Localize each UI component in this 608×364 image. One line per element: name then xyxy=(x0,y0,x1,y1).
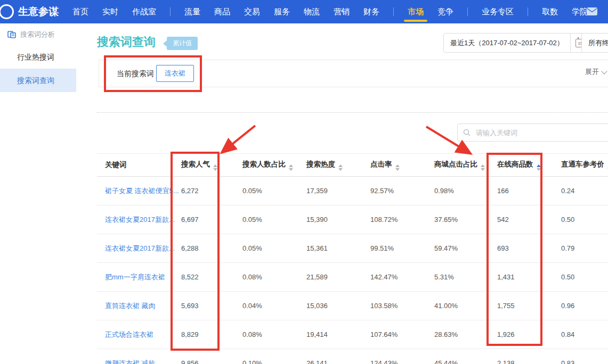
col-header-click-rate[interactable]: 点击率 xyxy=(370,154,434,177)
nav-item-data-fetch[interactable]: 取数 xyxy=(542,1,558,23)
cell-search-heat: 21,589 xyxy=(306,263,370,292)
section-divider xyxy=(97,112,608,113)
active-tab-underline xyxy=(404,20,427,22)
sort-icon[interactable] xyxy=(395,164,400,171)
cell-search-popularity: 5,693 xyxy=(181,292,242,320)
cell-keyword: 连衣裙女夏2017新款... xyxy=(97,205,181,234)
current-keyword-chip[interactable]: 连衣裙 xyxy=(156,65,194,82)
main-content: 搜索词查询 累计值 最近1天（2017-07-02~2017-07-02） 15… xyxy=(76,23,608,364)
sort-icon[interactable] xyxy=(213,164,217,171)
cell-searcher-share: 0.10% xyxy=(242,349,306,364)
expand-link[interactable]: 展开 xyxy=(585,67,606,77)
keyword-link[interactable]: 肥mm一字肩连衣裙 xyxy=(105,273,165,281)
sort-icon[interactable] xyxy=(338,164,343,171)
cell-online-products: 1,755 xyxy=(497,292,561,320)
search-term-table-wrap: 关键词 搜索人气 搜索人数占比 搜索热度 点击率 商城点击占比 在线商品数 直通… xyxy=(97,153,608,364)
cell-searcher-share: 0.04% xyxy=(242,292,306,320)
keyword-link[interactable]: 连衣裙女夏2017新款... xyxy=(105,216,175,224)
col-header-searcher-share[interactable]: 搜索人数占比 xyxy=(242,154,306,177)
mail-icon[interactable] xyxy=(587,7,597,18)
col-header-ztc-reference-price[interactable]: 直通车参考价 xyxy=(561,154,608,177)
table-header-row: 关键词 搜索人气 搜索人数占比 搜索热度 点击率 商城点击占比 在线商品数 直通… xyxy=(97,154,608,177)
search-input[interactable] xyxy=(475,128,608,137)
nav-item-logistics[interactable]: 物流 xyxy=(304,1,320,23)
nav-item-finance[interactable]: 财务 xyxy=(363,1,379,23)
sort-icon[interactable] xyxy=(481,164,485,171)
cell-keyword: 肥mm一字肩连衣裙 xyxy=(97,263,181,292)
sidebar-item-search-term-query[interactable]: 搜索词查询 xyxy=(0,69,76,92)
cell-click-rate: 142.47% xyxy=(370,263,434,292)
keyword-link[interactable]: 连衣裙女夏2017新款... xyxy=(105,244,175,252)
col-header-mall-click-share[interactable]: 商城点击占比 xyxy=(434,154,497,177)
cell-ztc-reference-price: 0.50 xyxy=(561,205,608,234)
cell-click-rate: 103.58% xyxy=(370,292,434,320)
nav-divider xyxy=(393,7,394,16)
cell-ztc-reference-price: 0.96 xyxy=(561,292,608,320)
cell-search-popularity: 6,697 xyxy=(181,205,242,234)
nav-item-business-zone[interactable]: 业务专区 xyxy=(482,1,514,23)
keyword-link[interactable]: 直筒连衣裙 藏肉 xyxy=(105,302,156,310)
cell-mall-click-share: 5.31% xyxy=(434,263,497,292)
cell-keyword: 裙子女夏 连衣裙便宜5... xyxy=(97,177,181,205)
nav-divider xyxy=(528,7,528,16)
cell-mall-click-share: 37.65% xyxy=(434,205,497,234)
cell-click-rate: 108.72% xyxy=(370,205,434,234)
nav-item-warroom[interactable]: 作战室 xyxy=(132,1,156,23)
table-row: 裙子女夏 连衣裙便宜5... 6,272 0.05% 17,359 92.57%… xyxy=(97,177,608,205)
current-keyword-label: 当前搜索词： xyxy=(117,69,161,79)
sidebar-group-search-term-analysis: 搜索词分析 xyxy=(0,23,76,45)
page-title: 搜索词查询 xyxy=(97,34,156,50)
keyword-link[interactable]: 裙子女夏 连衣裙便宜5... xyxy=(105,187,179,195)
table-row: 直筒连衣裙 藏肉 5,693 0.04% 15,036 103.58% 41.0… xyxy=(97,292,608,320)
col-header-keyword: 关键词 xyxy=(97,154,181,177)
nav-item-competition[interactable]: 竞争 xyxy=(437,1,453,23)
nav-divider xyxy=(467,7,468,16)
col-header-search-heat[interactable]: 搜索热度 xyxy=(306,154,370,177)
cell-online-products: 542 xyxy=(497,205,561,234)
cell-click-rate: 99.51% xyxy=(370,234,434,263)
cell-click-rate: 92.57% xyxy=(370,177,434,205)
cell-ztc-reference-price: 0.84 xyxy=(561,320,608,349)
cell-search-heat: 15,390 xyxy=(306,205,370,234)
nav-item-trade[interactable]: 交易 xyxy=(244,1,260,23)
keyword-link[interactable]: 正式场合连衣裙 xyxy=(105,330,153,338)
cell-ztc-reference-price: 0.79 xyxy=(561,234,608,263)
top-nav: 生意参谋 首页 实时 作战室 流量 商品 交易 服务 物流 营销 财务 市场 竞… xyxy=(0,0,608,23)
cell-search-popularity: 6,272 xyxy=(181,177,242,205)
cell-click-rate: 124.43% xyxy=(370,349,434,364)
cell-searcher-share: 0.05% xyxy=(242,234,306,263)
cell-search-popularity: 6,288 xyxy=(181,234,242,263)
cell-searcher-share: 0.05% xyxy=(242,205,306,234)
keyword-link[interactable]: 微胖连衣裙 减龄 xyxy=(105,359,156,364)
nav-item-service[interactable]: 服务 xyxy=(274,1,290,23)
date-range-picker[interactable]: 最近1天（2017-07-02~2017-07-02） 15 xyxy=(443,33,590,53)
cell-click-rate: 107.64% xyxy=(370,320,434,349)
col-header-online-products[interactable]: 在线商品数 xyxy=(497,154,561,177)
col-header-search-popularity[interactable]: 搜索人气 xyxy=(181,154,242,177)
terminal-filter-label: 所有终端 xyxy=(588,38,608,48)
nav-item-product[interactable]: 商品 xyxy=(214,1,230,23)
cell-ztc-reference-price: 0.50 xyxy=(561,263,608,292)
table-row: 连衣裙女夏2017新款... 6,288 0.05% 15,361 99.51%… xyxy=(97,234,608,263)
cell-mall-click-share: 41.00% xyxy=(434,292,497,320)
sidebar-item-industry-hot-words[interactable]: 行业热搜词 xyxy=(0,45,76,69)
keyword-search-box xyxy=(457,123,608,142)
nav-item-traffic[interactable]: 流量 xyxy=(184,1,200,23)
sort-icon-active[interactable] xyxy=(537,164,541,171)
sort-icon[interactable] xyxy=(289,164,293,171)
nav-item-market[interactable]: 市场 xyxy=(408,1,424,23)
date-range-text: 最近1天（2017-07-02~2017-07-02） xyxy=(444,38,570,48)
cell-online-products: 2,138 xyxy=(497,349,561,364)
cell-search-heat: 15,361 xyxy=(306,234,370,263)
terminal-filter-dropdown[interactable]: 所有终端 xyxy=(581,33,608,53)
cell-search-heat: 19,414 xyxy=(306,320,370,349)
cell-mall-click-share: 0.98% xyxy=(434,177,497,205)
cell-search-popularity: 8,829 xyxy=(181,320,242,349)
cell-keyword: 正式场合连衣裙 xyxy=(97,320,181,349)
nav-item-home[interactable]: 首页 xyxy=(72,1,88,23)
app-logo[interactable]: 生意参谋 xyxy=(6,4,59,19)
nav-item-marketing[interactable]: 营销 xyxy=(334,1,350,23)
nav-item-realtime[interactable]: 实时 xyxy=(102,1,118,23)
nav-item-academy[interactable]: 学院 xyxy=(572,1,588,23)
chevron-down-icon xyxy=(601,68,607,74)
